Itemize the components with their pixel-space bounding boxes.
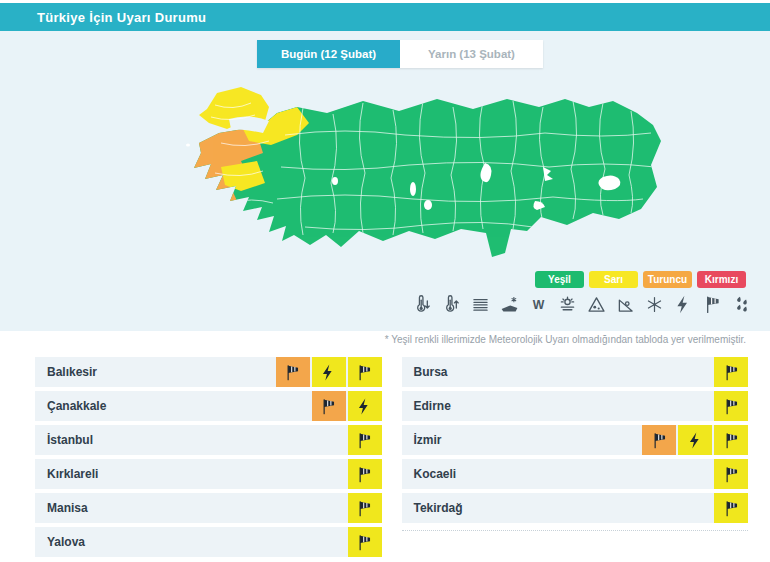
table-row[interactable]: İzmir [402, 425, 749, 455]
city-name: Çanakkale [35, 391, 312, 421]
day-tabs: Bugün (12 Şubat) Yarın (13 Şubat) [257, 40, 543, 68]
severity-legend: YeşilSarıTuruncuKırmızı [535, 271, 746, 288]
windsock-warning-cell-turuncu [642, 425, 676, 455]
warning-cells [348, 425, 382, 455]
turkey-map-svg [185, 83, 665, 267]
page-title: Türkiye İçin Uyarı Durumu [37, 10, 206, 25]
table-row[interactable]: Balıkesir [35, 357, 382, 387]
windsock-warning-cell-sari [348, 425, 382, 455]
warning-status-page: Türkiye İçin Uyarı Durumu Bugün (12 Şuba… [0, 0, 770, 562]
frost-icon [557, 293, 578, 316]
warning-cells [312, 391, 382, 421]
table-row[interactable]: Edirne [402, 391, 749, 421]
table-row[interactable]: Kocaeli [402, 459, 749, 489]
windsock-warning-cell-sari [348, 459, 382, 489]
city-name: Manisa [35, 493, 348, 523]
wind-w-icon: W [528, 293, 549, 316]
thermometer-up-icon [441, 293, 462, 316]
city-name: Bursa [402, 357, 715, 387]
warning-cells [276, 357, 382, 387]
warning-cells [348, 493, 382, 523]
landslide-icon [615, 293, 636, 316]
table-row[interactable]: Yalova [35, 527, 382, 557]
windsock-icon [702, 293, 723, 316]
city-name: Tekirdağ [402, 493, 715, 523]
table-row[interactable]: Manisa [35, 493, 382, 523]
city-name: İzmir [402, 425, 643, 455]
city-name: Kırklareli [35, 459, 348, 489]
windsock-warning-cell-turuncu [276, 357, 310, 387]
warning-cells [714, 459, 748, 489]
warning-cells [642, 425, 748, 455]
windsock-warning-cell-sari [714, 425, 748, 455]
avalanche-icon [586, 293, 607, 316]
table-row[interactable]: Tekirdağ [402, 493, 749, 523]
city-name: Balıkesir [35, 357, 276, 387]
legend-badge-kirmizi: Kırmızı [697, 271, 746, 288]
city-name: İstanbul [35, 425, 348, 455]
warning-cells [348, 459, 382, 489]
warning-table-column-right: BursaEdirneİzmirKocaeliTekirdağ [402, 357, 749, 531]
windsock-warning-cell-sari [714, 493, 748, 523]
legend-badge-yesil: Yeşil [535, 271, 584, 288]
warning-cells [348, 527, 382, 557]
tab-today[interactable]: Bugün (12 Şubat) [257, 40, 400, 68]
warning-cells [714, 493, 748, 523]
icing-icon [499, 293, 520, 316]
table-row[interactable]: İstanbul [35, 425, 382, 455]
warning-table: BalıkesirÇanakkaleİstanbulKırklareliMani… [35, 357, 748, 562]
fog-icon [470, 293, 491, 316]
table-row[interactable]: Bursa [402, 357, 749, 387]
legend-badge-turuncu: Turuncu [643, 271, 692, 288]
map-panel: Bugün (12 Şubat) Yarın (13 Şubat) [0, 31, 770, 331]
turkey-warning-map[interactable] [185, 83, 665, 267]
heavy-rain-icon [731, 293, 752, 316]
windsock-warning-cell-sari [348, 527, 382, 557]
lightning-warning-cell-sari [678, 425, 712, 455]
warning-type-icons: W [412, 293, 752, 316]
tab-tomorrow[interactable]: Yarın (13 Şubat) [400, 40, 543, 68]
lightning-warning-cell-sari [348, 391, 382, 421]
city-name: Edirne [402, 391, 715, 421]
svg-text:W: W [533, 298, 545, 312]
legend-badge-sari: Sarı [589, 271, 638, 288]
warning-cells [714, 357, 748, 387]
windsock-warning-cell-sari [714, 459, 748, 489]
lightning-warning-cell-sari [312, 357, 346, 387]
windsock-warning-cell-turuncu [312, 391, 346, 421]
table-row[interactable]: Kırklareli [35, 459, 382, 489]
thermometer-down-icon [412, 293, 433, 316]
green-province-note: * Yeşil renkli illerimizde Meteorolojik … [385, 334, 746, 345]
city-name: Yalova [35, 527, 348, 557]
windsock-warning-cell-sari [714, 391, 748, 421]
snow-icon [644, 293, 665, 316]
warning-cells [714, 391, 748, 421]
lightning-icon [673, 293, 694, 316]
table-row[interactable]: Çanakkale [35, 391, 382, 421]
city-name: Kocaeli [402, 459, 715, 489]
windsock-warning-cell-sari [348, 357, 382, 387]
warning-table-column-left: BalıkesirÇanakkaleİstanbulKırklareliMani… [35, 357, 382, 562]
section-header: Türkiye İçin Uyarı Durumu [0, 3, 770, 31]
windsock-warning-cell-sari [714, 357, 748, 387]
windsock-warning-cell-sari [348, 493, 382, 523]
